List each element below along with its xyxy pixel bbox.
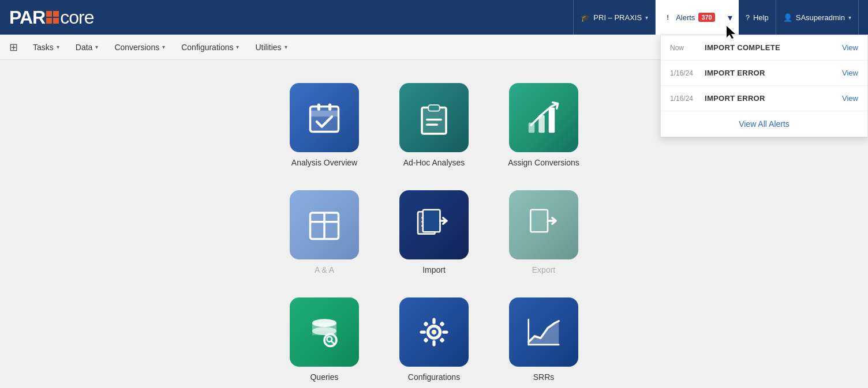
alerts-chevron-button[interactable]: ▾ [722,0,739,35]
user-menu[interactable]: 👤 SAsuperadmin ▾ [776,0,859,35]
question-icon: ? [746,13,750,22]
nav-conversions-chevron: ▾ [162,44,165,50]
nav-tasks[interactable]: Tasks ▾ [27,35,65,60]
nav-utilities-chevron: ▾ [285,44,287,50]
nav-data[interactable]: Data ▾ [70,35,104,60]
nav-tasks-label: Tasks [33,43,54,52]
alerts-dropdown-chevron-icon: ▾ [728,12,732,23]
tile-icon-aa [290,190,359,259]
tile-row-3: Queries Config [46,297,822,382]
tile-label-queries: Queries [310,372,338,382]
logo-core-text: core [60,7,93,28]
tile-icon-analysis-overview [290,83,359,152]
svg-rect-0 [310,107,339,132]
tile-analysis-overview[interactable]: Analysis Overview [287,83,362,167]
svg-rect-38 [432,340,435,346]
tile-icon-queries [290,297,359,367]
svg-rect-42 [439,321,445,327]
alert-row-1: Now IMPORT COMPLETE View [661,35,867,61]
alert-row-3: 1/16/24 IMPORT ERROR View [661,86,867,111]
alert-view-3[interactable]: View [842,94,858,103]
tile-icon-assign-conversions [509,83,578,152]
alert-message-3: IMPORT ERROR [705,94,835,103]
view-all-alerts-button[interactable]: View All Alerts [661,111,867,137]
user-icon: 👤 [783,13,792,22]
school-label: PRI – PRAXIS [593,13,642,22]
tile-label-import: Import [422,265,446,274]
alert-time-3: 1/16/24 [670,95,698,103]
tile-adhoc-analyses[interactable]: Ad-Hoc Analyses [396,83,472,167]
tile-label-assign-conversions: Assign Conversions [508,158,579,167]
logo[interactable]: PAR core [9,7,93,28]
grid-icon[interactable]: ⊞ [9,41,18,54]
tile-aa[interactable]: A & A [287,190,362,274]
alert-time-1: Now [670,44,698,52]
nav-data-label: Data [76,43,93,52]
nav-conversions[interactable]: Conversions ▾ [108,35,171,60]
svg-rect-13 [549,108,555,133]
alert-message-1: IMPORT COMPLETE [705,43,835,52]
nav-configurations-label: Configurations [181,43,233,52]
info-icon: ! [663,13,672,22]
svg-rect-41 [423,321,429,327]
user-chevron-icon: ▾ [848,14,851,21]
tile-label-analysis-overview: Analysis Overview [291,158,357,167]
nav-data-chevron: ▾ [95,44,98,50]
tile-assign-conversions[interactable]: Assign Conversions [506,83,581,167]
alert-time-2: 1/16/24 [670,69,698,77]
svg-rect-44 [439,337,445,343]
tile-srrs[interactable]: SRRs [506,297,581,382]
logo-squares [46,11,59,24]
logo-par-text: PAR [9,7,45,28]
tile-icon-import [399,190,469,259]
tile-label-aa: A & A [315,265,334,274]
svg-rect-25 [530,210,548,232]
tile-queries[interactable]: Queries [287,297,362,382]
svg-rect-3 [317,104,320,111]
svg-rect-2 [310,111,339,117]
svg-rect-8 [429,106,439,111]
tile-configurations[interactable]: Configurations [396,297,472,382]
svg-rect-40 [442,330,448,333]
alert-message-2: IMPORT ERROR [705,69,835,77]
svg-rect-22 [423,210,440,232]
svg-rect-37 [432,318,435,325]
nav-configurations[interactable]: Configurations ▾ [175,35,245,60]
tile-label-configurations: Configurations [408,372,460,382]
nav-configurations-chevron: ▾ [236,44,239,50]
alert-row-2: 1/16/24 IMPORT ERROR View [661,61,867,86]
tile-label-export: Export [532,265,555,274]
alerts-button[interactable]: ! Alerts 370 [656,0,722,35]
alert-view-1[interactable]: View [842,43,858,52]
nav-utilities[interactable]: Utilities ▾ [249,35,293,60]
tile-icon-srrs [509,297,578,367]
top-right-nav: 🎓 PRI – PRAXIS ▾ ! Alerts 370 ▾ ? Help 👤… [573,0,859,35]
help-button[interactable]: ? Help [739,0,776,35]
svg-rect-4 [328,104,331,111]
alert-view-2[interactable]: View [842,69,858,77]
school-chevron-icon: ▾ [645,14,648,21]
alerts-dropdown: Now IMPORT COMPLETE View 1/16/24 IMPORT … [660,35,868,137]
svg-rect-43 [423,337,429,343]
tile-import[interactable]: Import [396,190,472,274]
tile-label-srrs: SRRs [533,372,555,382]
top-bar: PAR core 🎓 PRI – PRAXIS ▾ ! Alerts 370 [0,0,868,35]
graduation-icon: 🎓 [581,13,590,22]
tile-icon-export [509,190,578,259]
svg-rect-9 [426,119,442,121]
nav-tasks-chevron: ▾ [57,44,59,50]
svg-rect-39 [420,330,426,333]
alerts-badge: 370 [698,13,714,22]
school-selector[interactable]: 🎓 PRI – PRAXIS ▾ [573,0,656,35]
tile-label-adhoc: Ad-Hoc Analyses [403,158,465,167]
alerts-label: Alerts [676,13,695,22]
svg-point-36 [432,330,437,335]
svg-rect-10 [426,124,438,126]
tile-export[interactable]: Export [506,190,581,274]
help-label: Help [753,13,769,22]
tile-row-2: A & A [46,190,822,274]
tile-icon-adhoc [399,83,469,152]
nav-utilities-label: Utilities [255,43,281,52]
nav-conversions-label: Conversions [114,43,159,52]
user-label: SAsuperadmin [796,13,845,22]
